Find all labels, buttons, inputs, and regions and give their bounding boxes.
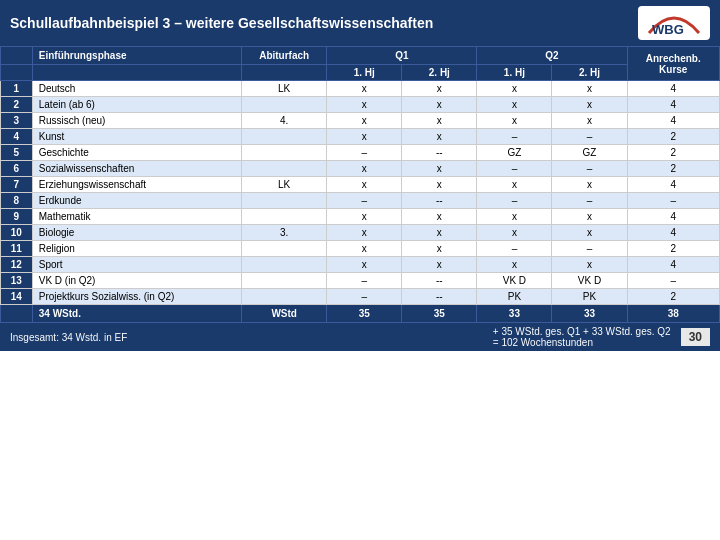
row-kurse: 2 xyxy=(627,289,720,305)
row-q2-2hj: x xyxy=(552,97,627,113)
row-subject: Sport xyxy=(32,257,241,273)
footer-page: 30 xyxy=(681,328,710,346)
row-q1-2hj: x xyxy=(402,161,477,177)
header: Schullaufbahnbeispiel 3 – weitere Gesell… xyxy=(0,0,720,46)
row-q2-2hj: GZ xyxy=(552,145,627,161)
row-q1-1hj: x xyxy=(327,97,402,113)
row-subject: Projektkurs Sozialwiss. (in Q2) xyxy=(32,289,241,305)
row-num: 5 xyxy=(1,145,33,161)
row-q1-2hj: x xyxy=(402,257,477,273)
row-q1-1hj: x xyxy=(327,225,402,241)
row-num: 14 xyxy=(1,289,33,305)
row-q1-2hj: x xyxy=(402,241,477,257)
table-row: 2 Latein (ab 6) x x x x 4 xyxy=(1,97,720,113)
row-abifach xyxy=(242,193,327,209)
row-q1-2hj: x xyxy=(402,209,477,225)
summary-row: 34 WStd. WStd 35 35 33 33 38 xyxy=(1,305,720,323)
row-subject: Deutsch xyxy=(32,81,241,97)
main-table: Einführungsphase Abiturfach Q1 Q2 Anrech… xyxy=(0,46,720,323)
row-q1-2hj: x xyxy=(402,129,477,145)
sub-header-row: 1. Hj 2. Hj 1. Hj 2. Hj xyxy=(1,65,720,81)
col-einfuehrung-header: Einführungsphase xyxy=(32,47,241,65)
row-kurse: 2 xyxy=(627,241,720,257)
sub-q1-2hj: 2. Hj xyxy=(402,65,477,81)
row-q1-1hj: x xyxy=(327,177,402,193)
row-num: 7 xyxy=(1,177,33,193)
row-subject: Mathematik xyxy=(32,209,241,225)
row-abifach xyxy=(242,289,327,305)
table-row: 3 Russisch (neu) 4. x x x x 4 xyxy=(1,113,720,129)
row-q2-2hj: x xyxy=(552,81,627,97)
row-num: 6 xyxy=(1,161,33,177)
row-q2-1hj: – xyxy=(477,129,552,145)
row-q1-1hj: x xyxy=(327,257,402,273)
row-abifach xyxy=(242,273,327,289)
table-row: 10 Biologie 3. x x x x 4 xyxy=(1,225,720,241)
row-abifach xyxy=(242,129,327,145)
row-num: 12 xyxy=(1,257,33,273)
row-q2-2hj: – xyxy=(552,193,627,209)
row-num: 9 xyxy=(1,209,33,225)
sub-q1-1hj: 1. Hj xyxy=(327,65,402,81)
row-q2-1hj: VK D xyxy=(477,273,552,289)
col-abifach-header: Abiturfach xyxy=(242,47,327,65)
col-num-header xyxy=(1,47,33,65)
row-abifach xyxy=(242,257,327,273)
row-q2-2hj: – xyxy=(552,129,627,145)
table-row: 11 Religion x x – – 2 xyxy=(1,241,720,257)
row-num: 11 xyxy=(1,241,33,257)
row-q2-1hj: x xyxy=(477,177,552,193)
column-header-row: Einführungsphase Abiturfach Q1 Q2 Anrech… xyxy=(1,47,720,65)
row-q1-1hj: – xyxy=(327,145,402,161)
row-kurse: 4 xyxy=(627,177,720,193)
row-kurse: 2 xyxy=(627,161,720,177)
row-q1-2hj: x xyxy=(402,97,477,113)
row-kurse: 4 xyxy=(627,209,720,225)
row-q2-1hj: – xyxy=(477,241,552,257)
sub-num xyxy=(1,65,33,81)
table-row: 5 Geschichte – -- GZ GZ 2 xyxy=(1,145,720,161)
table-row: 9 Mathematik x x x x 4 xyxy=(1,209,720,225)
row-num: 1 xyxy=(1,81,33,97)
sub-q2-1hj: 1. Hj xyxy=(477,65,552,81)
table-row: 4 Kunst x x – – 2 xyxy=(1,129,720,145)
row-q1-2hj: x xyxy=(402,177,477,193)
row-subject: Geschichte xyxy=(32,145,241,161)
row-num: 2 xyxy=(1,97,33,113)
row-q1-2hj: x xyxy=(402,81,477,97)
row-q2-2hj: x xyxy=(552,113,627,129)
row-q2-1hj: x xyxy=(477,97,552,113)
row-subject: Religion xyxy=(32,241,241,257)
row-num: 4 xyxy=(1,129,33,145)
row-q2-1hj: – xyxy=(477,193,552,209)
svg-text:WBG: WBG xyxy=(652,22,684,37)
table-body: 1 Deutsch LK x x x x 4 2 Latein (ab 6) x… xyxy=(1,81,720,305)
row-kurse: 4 xyxy=(627,113,720,129)
row-abifach xyxy=(242,241,327,257)
row-abifach xyxy=(242,209,327,225)
row-subject: Biologie xyxy=(32,225,241,241)
summary-q2-2hj: 33 xyxy=(552,305,627,323)
row-q2-2hj: x xyxy=(552,257,627,273)
row-subject: Erziehungswissenschaft xyxy=(32,177,241,193)
row-abifach xyxy=(242,161,327,177)
logo: WBG xyxy=(638,6,710,40)
row-subject: Latein (ab 6) xyxy=(32,97,241,113)
row-q1-1hj: – xyxy=(327,273,402,289)
table-row: 6 Sozialwissenschaften x x – – 2 xyxy=(1,161,720,177)
row-q2-2hj: x xyxy=(552,177,627,193)
row-num: 10 xyxy=(1,225,33,241)
sub-subject xyxy=(32,65,241,81)
row-subject: Kunst xyxy=(32,129,241,145)
col-q2-header: Q2 xyxy=(477,47,627,65)
row-kurse: 2 xyxy=(627,129,720,145)
page-title: Schullaufbahnbeispiel 3 – weitere Gesell… xyxy=(10,15,433,31)
footer: Insgesamt: 34 Wstd. in EF + 35 WStd. ges… xyxy=(0,323,720,351)
row-q1-2hj: x xyxy=(402,113,477,129)
row-q1-1hj: – xyxy=(327,193,402,209)
sub-q2-2hj: 2. Hj xyxy=(552,65,627,81)
summary-num xyxy=(1,305,33,323)
summary-q1-2hj: 35 xyxy=(402,305,477,323)
row-q1-2hj: -- xyxy=(402,289,477,305)
row-abifach: 3. xyxy=(242,225,327,241)
